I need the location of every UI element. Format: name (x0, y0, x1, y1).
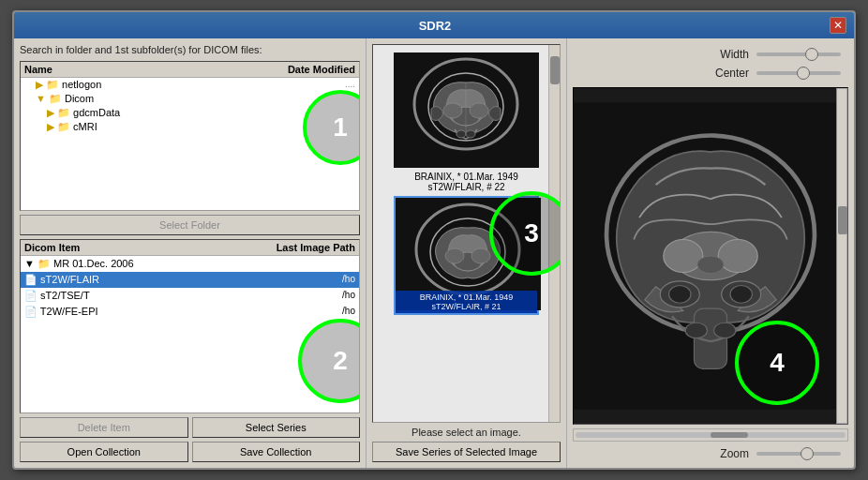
left-panel: Search in folder and 1st subfolder(s) fo… (14, 38, 366, 468)
close-button[interactable]: ✕ (830, 17, 846, 34)
image-1-label: BRAINIX, * 01.Mar. 1949 sT2W/FLAIR, # 22 (394, 172, 539, 192)
svg-point-20 (697, 256, 724, 274)
dicom-col-item: Dicom Item (24, 242, 262, 253)
image-thumb-2[interactable]: BRAINIX, * 01.Mar. 1949 sT2W/FLAIR, # 21 (394, 196, 539, 315)
zoom-label: Zoom (720, 447, 749, 460)
center-control: Center (580, 67, 841, 80)
svg-point-26 (669, 286, 691, 304)
zoom-slider-track[interactable] (756, 452, 841, 456)
svg-point-19 (718, 239, 757, 272)
center-slider-track[interactable] (756, 71, 841, 75)
svg-point-7 (456, 130, 466, 138)
dicom-item-mr[interactable]: ▼ 📁 MR 01.Dec. 2006 (21, 256, 359, 272)
scrollbar-v[interactable] (548, 45, 560, 422)
controls-row: Width Center (573, 44, 848, 83)
scrollbar-vertical[interactable] (836, 88, 847, 424)
tree-item-dicom[interactable]: ▼ 📁Dicom (21, 92, 359, 106)
main-window: SDR2 ✕ Search in folder and 1st subfolde… (12, 10, 856, 470)
tree-col-date: Date Modified (262, 64, 355, 75)
search-label: Search in folder and 1st subfolder(s) fo… (20, 44, 360, 55)
open-collection-button[interactable]: Open Collection (20, 442, 188, 462)
select-folder-row: Select Folder (20, 215, 360, 235)
window-title: SDR2 (40, 19, 830, 33)
brain-image-1 (394, 52, 539, 165)
svg-point-27 (730, 286, 752, 304)
width-slider-thumb[interactable] (805, 48, 818, 61)
circle-2-indicator: 2 (298, 319, 360, 403)
scrollbar-h-thumb (711, 432, 748, 438)
please-select-label: Please select an image. (372, 427, 561, 438)
main-image-container: 4 (573, 87, 848, 425)
scrollbar-horizontal[interactable] (573, 428, 848, 442)
center-panel: BRAINIX, * 01.Mar. 1949 sT2W/FLAIR, # 22 (366, 38, 567, 468)
svg-point-8 (466, 130, 475, 138)
svg-point-5 (470, 103, 488, 118)
svg-point-4 (443, 103, 462, 118)
dicom-btn-row: Delete Item Select Series (20, 417, 360, 438)
tree-item-cmri[interactable]: ▶ 📁cMRI (21, 120, 359, 134)
tree-item-gdcmdata[interactable]: ▶ 📁gdcmData (21, 106, 359, 120)
right-panel: Width Center (567, 38, 854, 468)
save-collection-button[interactable]: Save Collection (192, 442, 361, 462)
dicom-item-st2wflair[interactable]: 📄 sT2W/FLAIR /ho (21, 272, 359, 288)
svg-point-23 (714, 322, 736, 338)
title-bar: SDR2 ✕ (14, 12, 854, 38)
dicom-col-path: Last Image Path (262, 242, 355, 253)
image-2-overlay: BRAINIX, * 01.Mar. 1949 sT2W/FLAIR, # 21 (396, 291, 537, 313)
width-label: Width (707, 48, 749, 61)
dicom-header: Dicom Item Last Image Path (21, 240, 359, 256)
zoom-row: Zoom (573, 445, 848, 462)
svg-point-18 (664, 239, 703, 272)
main-brain-image (574, 88, 847, 424)
scroll-v-thumb (838, 206, 847, 234)
dicom-item-t2wfeepi[interactable]: 📄 T2W/FE-EPI /ho (21, 304, 359, 320)
tree-header: Name Date Modified (21, 62, 359, 78)
svg-point-13 (445, 248, 464, 263)
collection-btn-row: Open Collection Save Collection (20, 442, 360, 462)
select-series-button[interactable]: Select Series (192, 417, 361, 438)
save-series-button[interactable]: Save Series of Selected Image (372, 442, 561, 462)
dicom-panel: Dicom Item Last Image Path ▼ 📁 MR 01.Dec… (20, 239, 360, 413)
image-thumb-1[interactable] (394, 52, 539, 168)
delete-item-button[interactable]: Delete Item (20, 417, 188, 438)
center-slider-thumb[interactable] (797, 67, 810, 80)
image-list-container[interactable]: BRAINIX, * 01.Mar. 1949 sT2W/FLAIR, # 22 (372, 44, 561, 423)
main-content: Search in folder and 1st subfolder(s) fo… (14, 38, 854, 468)
tree-col-name: Name (24, 64, 262, 75)
tree-item-netlogon[interactable]: ▶ 📁netlogon .... (21, 78, 359, 92)
svg-point-14 (471, 248, 490, 263)
svg-point-22 (685, 322, 707, 338)
dicom-item-st2tset[interactable]: 📄 sT2/TSE/T /ho (21, 288, 359, 304)
scrollbar-h-track (576, 432, 846, 438)
scroll-thumb (550, 56, 560, 84)
width-slider-track[interactable] (756, 52, 841, 56)
zoom-slider-thumb[interactable] (801, 447, 814, 460)
width-control: Width (580, 48, 841, 61)
file-tree-container: Name Date Modified ▶ 📁netlogon .... ▼ 📁D… (20, 61, 360, 211)
select-folder-button[interactable]: Select Folder (20, 215, 360, 235)
center-label: Center (707, 67, 749, 80)
